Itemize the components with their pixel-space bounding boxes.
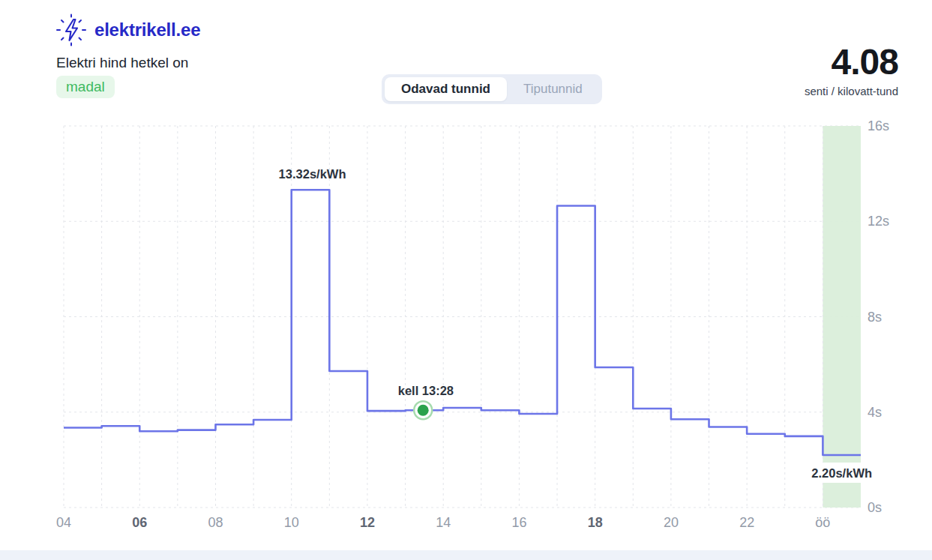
x-tick-label: 10 <box>284 515 299 530</box>
x-tick-label: 12 <box>360 515 375 530</box>
price-step-line <box>64 190 861 455</box>
x-tick-label: 08 <box>208 515 223 530</box>
x-tick-label: 06 <box>132 515 147 530</box>
x-tick-label: 14 <box>436 515 451 530</box>
y-tick-label: 0s <box>868 500 882 515</box>
night-band <box>823 126 861 508</box>
x-tick-label: 20 <box>664 515 679 530</box>
y-tick-label: 4s <box>868 405 882 420</box>
x-tick-label: 18 <box>588 515 603 530</box>
y-tick-label: 8s <box>868 310 882 325</box>
chart-annotation: 2.20s/kWh <box>811 466 872 480</box>
x-tick-label: 22 <box>739 515 754 530</box>
chart-annotation: 13.32s/kWh <box>279 167 346 181</box>
page: elektrikell.ee Elektri hind hetkel on ma… <box>0 0 932 560</box>
y-tick-label: 12s <box>868 214 889 229</box>
y-tick-label: 16s <box>868 118 889 133</box>
chart-annotation: kell 13:28 <box>398 384 454 397</box>
x-tick-label: 16 <box>511 515 526 530</box>
bottom-strip <box>0 550 932 560</box>
current-time-marker-dot <box>418 405 429 416</box>
x-tick-label: öö <box>815 515 830 530</box>
price-chart[interactable]: 13.32s/kWhkell 13:282.20s/kWh04060810121… <box>0 0 932 560</box>
x-tick-label: 04 <box>56 515 71 530</box>
